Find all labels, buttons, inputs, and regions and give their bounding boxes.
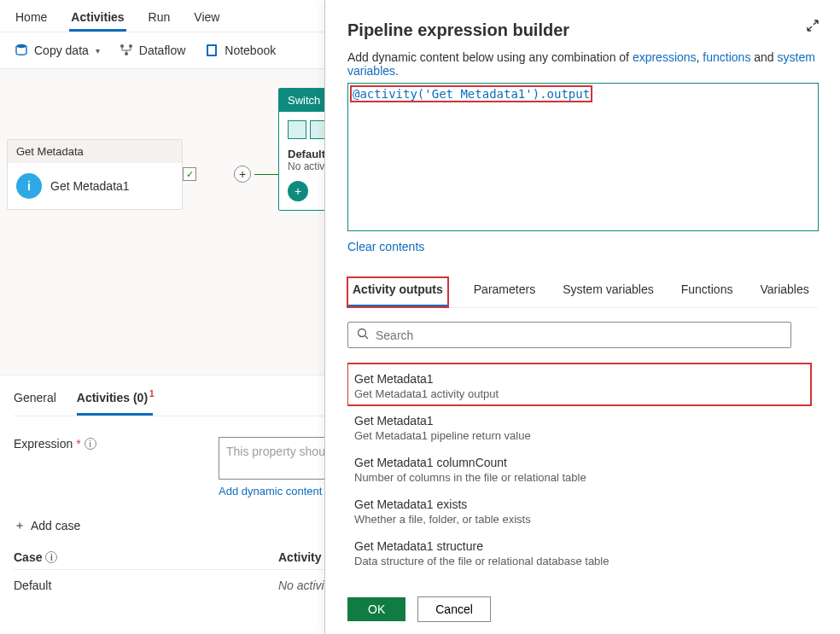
svg-line-7: [365, 336, 369, 340]
activity-output-title: Get Metadata1: [354, 372, 804, 386]
add-case-label: Add case: [31, 519, 80, 532]
search-icon: [357, 328, 369, 342]
info-icon[interactable]: i: [45, 551, 57, 563]
node-get-metadata-body: i Get Metadata1: [8, 163, 182, 209]
link-functions[interactable]: functions: [703, 50, 750, 64]
plus-icon: ＋: [14, 518, 26, 533]
info-icon: i: [16, 173, 42, 199]
menu-activities[interactable]: Activities: [69, 7, 125, 32]
node-connector: ✓ +: [183, 166, 292, 183]
activity-output-item[interactable]: Get Metadata1 structure Data structure o…: [347, 531, 811, 573]
svg-point-0: [16, 44, 26, 48]
activity-output-desc: Get Metadata1 pipeline return value: [354, 429, 804, 442]
svg-point-1: [120, 44, 124, 48]
notebook-button[interactable]: Notebook: [204, 43, 276, 58]
clear-contents-link[interactable]: Clear contents: [347, 240, 424, 253]
search-box[interactable]: [347, 322, 791, 348]
flyout-desc-period: .: [395, 64, 399, 78]
flyout-desc-text: Add dynamic content below using any comb…: [347, 50, 633, 64]
dataflow-label: Dataflow: [139, 44, 185, 57]
activity-output-item[interactable]: Get Metadata1 Get Metadata1 pipeline ret…: [347, 405, 811, 447]
activity-output-item[interactable]: Get Metadata1 exists Whether a file, fol…: [347, 489, 811, 531]
svg-rect-5: [208, 46, 215, 55]
svg-point-3: [125, 52, 128, 55]
flyout-description: Add dynamic content below using any comb…: [347, 50, 818, 78]
node-get-metadata[interactable]: Get Metadata i Get Metadata1: [7, 139, 183, 210]
flyout-content: Get Metadata1 Get Metadata1 activity out…: [347, 308, 818, 590]
activity-output-item[interactable]: Get Metadata1 Get Metadata1 activity out…: [347, 364, 811, 405]
link-expressions[interactable]: expressions: [633, 50, 697, 64]
activity-output-title: Get Metadata1 structure: [354, 539, 804, 553]
copy-data-icon: [14, 43, 29, 58]
menu-view[interactable]: View: [192, 7, 221, 32]
activity-output-title: Get Metadata1 exists: [354, 497, 804, 511]
cancel-button[interactable]: Cancel: [417, 596, 491, 622]
svg-point-6: [359, 329, 366, 337]
tab-variables[interactable]: Variables: [758, 277, 810, 307]
notebook-icon: [204, 43, 219, 58]
activity-header-label: Activity: [278, 550, 322, 564]
expression-builder-flyout: Pipeline expression builder Add dynamic …: [324, 0, 840, 634]
menu-home[interactable]: Home: [14, 7, 49, 32]
case-cell-default: Default: [14, 579, 253, 592]
dataflow-button[interactable]: Dataflow: [119, 43, 185, 58]
expression-label-text: Expression: [14, 437, 73, 451]
expand-icon[interactable]: [804, 17, 821, 34]
expression-textarea[interactable]: @activity('Get Metadata1').output: [347, 83, 819, 231]
expression-label: Expression * i: [14, 437, 184, 451]
add-case-button[interactable]: ＋ Add case: [14, 518, 80, 533]
notebook-label: Notebook: [225, 44, 276, 57]
activity-output-title: Get Metadata1 columnCount: [354, 456, 804, 469]
expression-text: @activity('Get Metadata1').output: [352, 87, 591, 101]
dataflow-icon: [119, 43, 134, 58]
flyout-footer: OK Cancel: [347, 590, 491, 622]
required-asterisk: *: [76, 437, 80, 451]
tab-activities-label: Activities (0): [77, 391, 148, 404]
tab-parameters[interactable]: Parameters: [472, 277, 537, 307]
copy-data-label: Copy data: [34, 44, 89, 57]
menu-run[interactable]: Run: [147, 7, 172, 32]
tab-activities[interactable]: Activities (0)1: [77, 386, 153, 416]
info-icon[interactable]: i: [85, 438, 96, 450]
case-header-label: Case: [14, 550, 42, 564]
tab-general[interactable]: General: [14, 386, 56, 416]
activity-output-item[interactable]: Get Metadata1 columnCount Number of colu…: [347, 447, 811, 489]
flyout-desc-and: and: [750, 50, 777, 64]
flyout-tabs: Activity outputs Parameters System varia…: [347, 277, 818, 308]
activity-output-title: Get Metadata1: [354, 414, 804, 428]
copy-data-button[interactable]: Copy data ▾: [14, 43, 100, 58]
search-input[interactable]: [376, 329, 782, 342]
ok-button[interactable]: OK: [347, 597, 405, 621]
activity-output-desc: Get Metadata1 activity output: [354, 387, 804, 400]
tab-activity-outputs[interactable]: Activity outputs: [347, 277, 448, 307]
tab-system-variables[interactable]: System variables: [561, 277, 656, 307]
node-get-metadata-name: Get Metadata1: [50, 179, 130, 193]
flyout-title: Pipeline expression builder: [347, 20, 818, 40]
add-activity-icon[interactable]: +: [234, 166, 251, 183]
required-badge: 1: [149, 389, 155, 398]
tab-functions[interactable]: Functions: [680, 277, 735, 307]
activity-output-desc: Number of columns in the file or relatio…: [354, 471, 804, 484]
switch-add-icon[interactable]: +: [288, 181, 308, 201]
node-get-metadata-header: Get Metadata: [8, 140, 182, 163]
activity-output-desc: Data structure of the file or relational…: [354, 555, 804, 567]
chevron-down-icon: ▾: [96, 46, 100, 55]
success-check-icon[interactable]: ✓: [183, 167, 196, 181]
activity-output-desc: Whether a file, folder, or table exists: [354, 513, 804, 526]
svg-point-2: [129, 44, 132, 48]
